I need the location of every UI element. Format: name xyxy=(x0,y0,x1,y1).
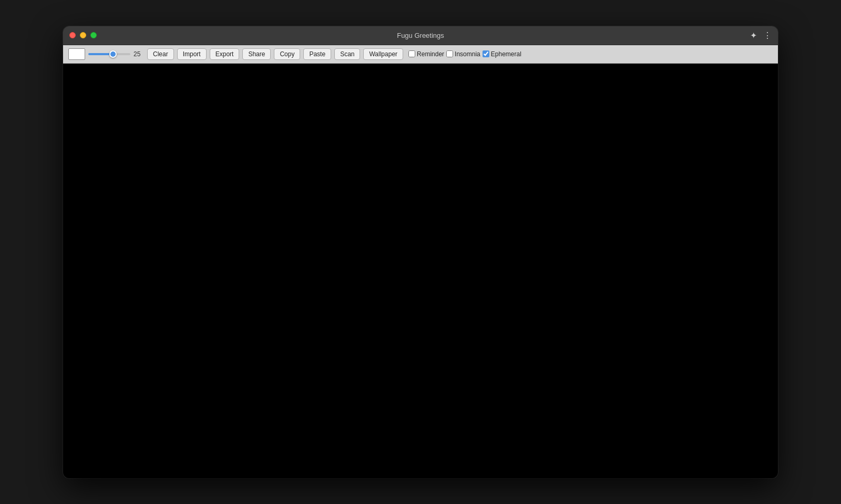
traffic-lights xyxy=(69,32,97,38)
minimize-button[interactable] xyxy=(80,32,86,38)
insomnia-text: Insomnia xyxy=(455,50,480,58)
toolbar: 25 Clear Import Export Share Copy Paste … xyxy=(63,45,778,64)
color-swatch[interactable] xyxy=(68,48,85,60)
ephemeral-label[interactable]: Ephemeral xyxy=(483,50,521,58)
app-window: Fugu Greetings ✦ ⋮ 25 Clear Import Expor… xyxy=(63,26,778,478)
ephemeral-checkbox[interactable] xyxy=(483,50,489,57)
slider-value: 25 xyxy=(134,50,144,58)
window-title: Fugu Greetings xyxy=(397,32,444,39)
checkbox-group: Reminder Insomnia Ephemeral xyxy=(408,50,521,58)
insomnia-checkbox[interactable] xyxy=(446,50,453,57)
close-button[interactable] xyxy=(69,32,76,38)
reminder-text: Reminder xyxy=(417,50,444,58)
title-bar-actions: ✦ ⋮ xyxy=(750,30,772,40)
ephemeral-text: Ephemeral xyxy=(491,50,521,58)
scan-button[interactable]: Scan xyxy=(334,48,360,60)
slider-container: 25 xyxy=(88,50,144,58)
size-slider[interactable] xyxy=(88,53,130,55)
copy-button[interactable]: Copy xyxy=(274,48,300,60)
import-button[interactable]: Import xyxy=(177,48,207,60)
reminder-label[interactable]: Reminder xyxy=(408,50,444,58)
paste-button[interactable]: Paste xyxy=(303,48,331,60)
maximize-button[interactable] xyxy=(90,32,97,38)
export-button[interactable]: Export xyxy=(210,48,240,60)
reminder-checkbox[interactable] xyxy=(408,50,415,57)
insomnia-label[interactable]: Insomnia xyxy=(446,50,480,58)
clear-button[interactable]: Clear xyxy=(147,48,174,60)
share-button[interactable]: Share xyxy=(242,48,271,60)
more-options-icon[interactable]: ⋮ xyxy=(763,30,772,40)
canvas-area[interactable] xyxy=(63,64,778,478)
wallpaper-button[interactable]: Wallpaper xyxy=(363,48,403,60)
extensions-icon[interactable]: ✦ xyxy=(750,30,757,40)
title-bar: Fugu Greetings ✦ ⋮ xyxy=(63,26,778,45)
